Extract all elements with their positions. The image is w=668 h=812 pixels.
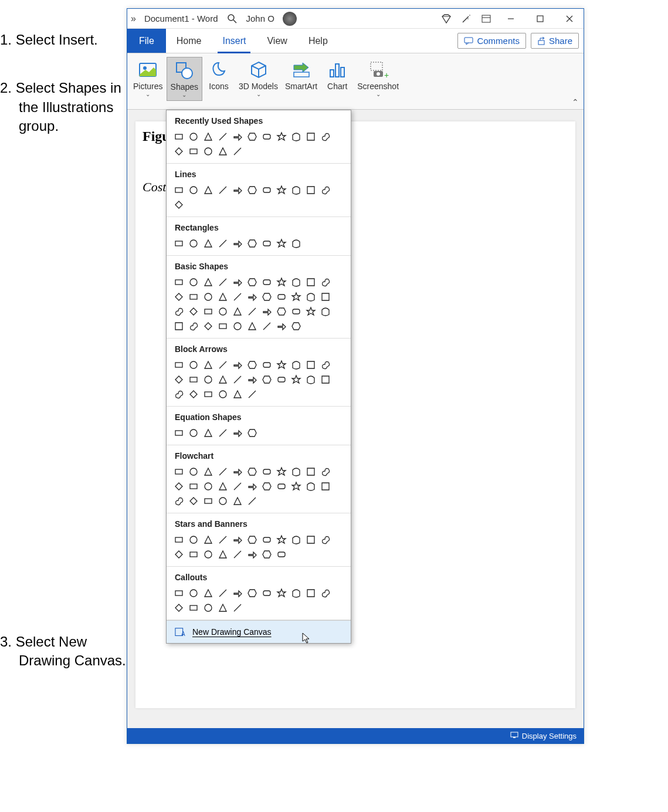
shape-thumbnail[interactable] bbox=[259, 304, 274, 319]
shape-thumbnail[interactable] bbox=[245, 493, 259, 508]
shape-thumbnail[interactable] bbox=[289, 532, 303, 547]
shape-thumbnail[interactable] bbox=[274, 532, 289, 547]
shape-thumbnail[interactable] bbox=[201, 372, 215, 387]
shape-thumbnail[interactable] bbox=[186, 289, 201, 304]
shape-thumbnail[interactable] bbox=[245, 547, 259, 561]
shape-thumbnail[interactable] bbox=[186, 372, 201, 387]
shape-thumbnail[interactable] bbox=[245, 372, 259, 387]
shape-thumbnail[interactable] bbox=[215, 182, 230, 197]
shape-thumbnail[interactable] bbox=[171, 479, 186, 493]
shape-thumbnail[interactable] bbox=[289, 372, 303, 387]
shape-thumbnail[interactable] bbox=[274, 275, 289, 289]
shape-thumbnail[interactable] bbox=[259, 275, 274, 289]
shape-thumbnail[interactable] bbox=[259, 372, 274, 387]
shape-thumbnail[interactable] bbox=[318, 586, 333, 600]
shape-thumbnail[interactable] bbox=[245, 479, 259, 493]
shape-thumbnail[interactable] bbox=[303, 372, 318, 387]
shape-thumbnail[interactable] bbox=[318, 532, 333, 547]
shape-thumbnail[interactable] bbox=[186, 319, 201, 333]
user-name[interactable]: John O bbox=[246, 13, 274, 23]
shape-thumbnail[interactable] bbox=[186, 547, 201, 561]
shape-thumbnail[interactable] bbox=[230, 182, 245, 197]
shape-thumbnail[interactable] bbox=[230, 387, 245, 401]
premium-diamond-icon[interactable] bbox=[440, 13, 452, 25]
shape-thumbnail[interactable] bbox=[274, 357, 289, 372]
shape-thumbnail[interactable] bbox=[245, 464, 259, 479]
shape-thumbnail[interactable] bbox=[215, 547, 230, 561]
shape-thumbnail[interactable] bbox=[289, 304, 303, 319]
shape-thumbnail[interactable] bbox=[318, 357, 333, 372]
ribbon-shapes[interactable]: Shapes ⌄ bbox=[167, 57, 202, 101]
shape-thumbnail[interactable] bbox=[274, 372, 289, 387]
shape-thumbnail[interactable] bbox=[201, 425, 215, 440]
ribbon-3d-models[interactable]: 3D Models ⌄ bbox=[235, 57, 282, 100]
shape-thumbnail[interactable] bbox=[289, 236, 303, 251]
shape-thumbnail[interactable] bbox=[245, 275, 259, 289]
shape-thumbnail[interactable] bbox=[259, 182, 274, 197]
shape-thumbnail[interactable] bbox=[245, 586, 259, 600]
shape-thumbnail[interactable] bbox=[215, 304, 230, 319]
shape-thumbnail[interactable] bbox=[245, 289, 259, 304]
shape-thumbnail[interactable] bbox=[230, 289, 245, 304]
display-settings-label[interactable]: Display Settings bbox=[522, 732, 577, 740]
shape-thumbnail[interactable] bbox=[318, 182, 333, 197]
shape-thumbnail[interactable] bbox=[289, 357, 303, 372]
shape-thumbnail[interactable] bbox=[274, 547, 289, 561]
shape-thumbnail[interactable] bbox=[274, 182, 289, 197]
shape-thumbnail[interactable] bbox=[215, 275, 230, 289]
tab-help[interactable]: Help bbox=[298, 29, 338, 53]
shape-thumbnail[interactable] bbox=[201, 387, 215, 401]
shape-thumbnail[interactable] bbox=[201, 547, 215, 561]
shape-thumbnail[interactable] bbox=[230, 464, 245, 479]
shape-thumbnail[interactable] bbox=[186, 182, 201, 197]
shape-thumbnail[interactable] bbox=[303, 304, 318, 319]
shape-thumbnail[interactable] bbox=[303, 289, 318, 304]
shape-thumbnail[interactable] bbox=[201, 236, 215, 251]
shape-thumbnail[interactable] bbox=[230, 372, 245, 387]
shape-thumbnail[interactable] bbox=[245, 357, 259, 372]
shape-thumbnail[interactable] bbox=[215, 479, 230, 493]
shape-thumbnail[interactable] bbox=[230, 236, 245, 251]
shape-thumbnail[interactable] bbox=[230, 319, 245, 333]
shape-thumbnail[interactable] bbox=[289, 479, 303, 493]
shape-thumbnail[interactable] bbox=[201, 586, 215, 600]
shape-thumbnail[interactable] bbox=[230, 547, 245, 561]
shape-thumbnail[interactable] bbox=[201, 464, 215, 479]
shape-thumbnail[interactable] bbox=[186, 236, 201, 251]
shape-thumbnail[interactable] bbox=[171, 275, 186, 289]
shape-thumbnail[interactable] bbox=[171, 144, 186, 158]
display-settings-icon[interactable] bbox=[510, 731, 518, 741]
shape-thumbnail[interactable] bbox=[201, 479, 215, 493]
shape-thumbnail[interactable] bbox=[171, 493, 186, 508]
shape-thumbnail[interactable] bbox=[201, 600, 215, 615]
shape-thumbnail[interactable] bbox=[274, 586, 289, 600]
shape-thumbnail[interactable] bbox=[289, 182, 303, 197]
shape-thumbnail[interactable] bbox=[215, 600, 230, 615]
shape-thumbnail[interactable] bbox=[318, 372, 333, 387]
shape-thumbnail[interactable] bbox=[289, 319, 303, 333]
shape-thumbnail[interactable] bbox=[230, 493, 245, 508]
shape-thumbnail[interactable] bbox=[215, 464, 230, 479]
ribbon-display-icon[interactable] bbox=[480, 13, 492, 25]
shape-thumbnail[interactable] bbox=[259, 129, 274, 144]
shape-thumbnail[interactable] bbox=[303, 357, 318, 372]
shape-thumbnail[interactable] bbox=[318, 464, 333, 479]
shape-thumbnail[interactable] bbox=[230, 425, 245, 440]
shape-thumbnail[interactable] bbox=[274, 129, 289, 144]
shape-thumbnail[interactable] bbox=[318, 304, 333, 319]
shape-thumbnail[interactable] bbox=[303, 479, 318, 493]
tab-insert[interactable]: Insert bbox=[212, 29, 256, 53]
shape-thumbnail[interactable] bbox=[318, 275, 333, 289]
shape-thumbnail[interactable] bbox=[289, 129, 303, 144]
shape-thumbnail[interactable] bbox=[186, 479, 201, 493]
shape-thumbnail[interactable] bbox=[303, 532, 318, 547]
shape-thumbnail[interactable] bbox=[289, 586, 303, 600]
shape-thumbnail[interactable] bbox=[318, 479, 333, 493]
shape-thumbnail[interactable] bbox=[186, 600, 201, 615]
shape-thumbnail[interactable] bbox=[259, 319, 274, 333]
shape-thumbnail[interactable] bbox=[245, 304, 259, 319]
shape-thumbnail[interactable] bbox=[171, 357, 186, 372]
shape-thumbnail[interactable] bbox=[245, 532, 259, 547]
shape-thumbnail[interactable] bbox=[303, 586, 318, 600]
ribbon-smartart[interactable]: SmartArt bbox=[282, 57, 321, 93]
